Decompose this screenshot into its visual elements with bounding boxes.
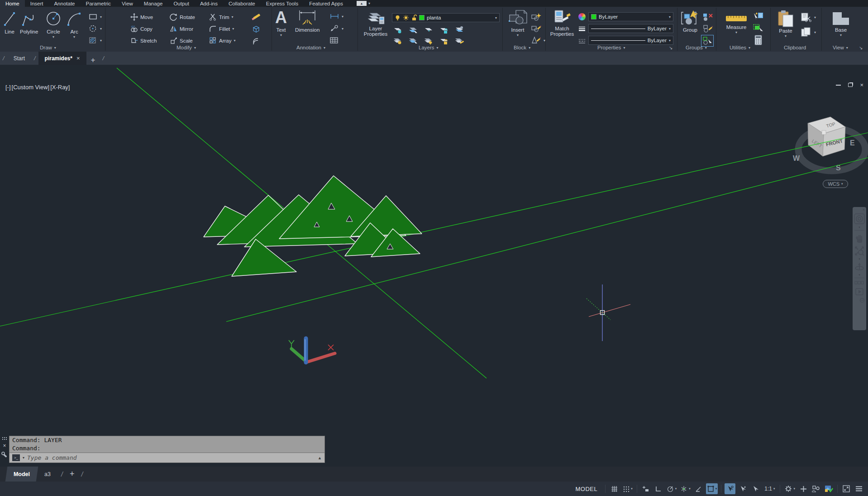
plus-customization-button[interactable] <box>798 483 809 494</box>
ucs-y-label[interactable] <box>289 340 294 347</box>
annotation-panel-label[interactable]: Annotation▾ <box>296 43 325 52</box>
ellipse-button[interactable]: ▾ <box>89 25 102 32</box>
view-dialog-launcher[interactable]: ↘ <box>859 43 863 52</box>
ortho-mode-button[interactable] <box>653 483 664 494</box>
table-button[interactable] <box>329 37 339 44</box>
new-layout-button[interactable]: + <box>66 469 78 479</box>
tab-addins[interactable]: Add-ins <box>195 0 223 7</box>
erase-button[interactable] <box>252 12 262 21</box>
file-tab-close-icon[interactable]: × <box>76 55 80 62</box>
paste-dropdown-icon[interactable]: ▾ <box>785 34 787 38</box>
layer-dropdown[interactable]: planta ▾ <box>392 13 500 22</box>
viewport-menu-control[interactable]: [-] <box>5 84 11 91</box>
restore-icon[interactable] <box>848 83 853 87</box>
copy-button[interactable]: O7 Copy <box>130 25 153 33</box>
file-tab-start[interactable]: Start <box>7 52 31 65</box>
ribbon-collapse-options-icon[interactable]: ▾ <box>368 1 370 5</box>
file-tab-piramides[interactable]: piramides* × <box>38 52 86 65</box>
utilities-panel-label[interactable]: Utilities▾ <box>730 43 750 52</box>
create-block-button[interactable] <box>530 12 541 21</box>
groups-panel-label[interactable]: Groups▾ <box>686 43 707 52</box>
showmotion-frames-icon[interactable] <box>854 280 865 286</box>
stretch-button[interactable]: Stretch <box>130 37 157 44</box>
layout-tab-model[interactable]: Model <box>5 467 38 482</box>
object-color-dropdown[interactable]: ByLayer ▾ <box>588 12 673 21</box>
ucs-y-axis[interactable] <box>291 349 305 360</box>
clean-screen-button[interactable] <box>841 483 852 494</box>
layer-on-all-button[interactable] <box>393 37 403 45</box>
zoom-extents-icon[interactable] <box>854 246 865 256</box>
layer-match-button[interactable] <box>454 37 464 45</box>
trim-dropdown-icon[interactable]: ▾ <box>232 15 234 19</box>
wheel-dropdown-icon[interactable]: ▾ <box>858 226 860 229</box>
quick-calculator-button[interactable] <box>754 35 763 46</box>
isolate-objects-button[interactable] <box>811 483 821 494</box>
layer-unlock-all-button[interactable] <box>439 37 449 45</box>
ungroup-button[interactable] <box>702 12 713 21</box>
measure-button[interactable]: Measure ▾ <box>723 12 749 34</box>
group-edit-button[interactable] <box>702 24 713 33</box>
base-button[interactable]: Base ▾ <box>829 10 853 37</box>
layers-panel-label[interactable]: Layers▾ <box>419 43 439 52</box>
tab-collaborate[interactable]: Collaborate <box>223 0 261 7</box>
workspace-switching-button[interactable]: ▾ <box>783 483 796 494</box>
annotation-scale-button[interactable] <box>750 483 761 494</box>
annotation-scale-value[interactable]: 1:1 ▾ <box>763 483 777 494</box>
grid-display-button[interactable] <box>609 483 620 494</box>
tab-view[interactable]: View <box>116 0 138 7</box>
offset-button[interactable] <box>252 37 262 44</box>
rectangle-button[interactable]: ▾ <box>89 13 102 20</box>
layer-dropdown-arrow-icon[interactable]: ▾ <box>495 16 497 20</box>
construction-line[interactable] <box>0 133 868 326</box>
properties-dialog-launcher[interactable]: ↘ <box>669 43 672 52</box>
explode-button[interactable] <box>252 25 261 33</box>
array-dropdown-icon[interactable]: ▾ <box>234 39 235 43</box>
tab-output[interactable]: Output <box>168 0 195 7</box>
minimize-icon[interactable] <box>836 85 841 86</box>
tab-featured-apps[interactable]: Featured Apps <box>304 0 348 7</box>
workspace-dropdown-icon[interactable]: ▾ <box>793 487 795 491</box>
model-geometry[interactable] <box>0 65 868 467</box>
annotation-visibility-button[interactable] <box>725 483 735 494</box>
graphics-performance-button[interactable] <box>823 483 834 494</box>
layer-unisolate-button[interactable] <box>408 37 418 45</box>
command-expand-icon[interactable]: ▲ <box>318 456 322 460</box>
block-panel-label[interactable]: Block▾ <box>514 43 530 52</box>
make-current-button[interactable] <box>454 26 464 34</box>
isodraft-dropdown-icon[interactable]: ▾ <box>689 487 691 491</box>
annotation-autoscale-button[interactable] <box>737 483 748 494</box>
paste-button[interactable]: Paste ▾ <box>775 10 796 38</box>
command-grip-icon[interactable] <box>2 437 7 440</box>
line-button[interactable]: Line <box>3 10 16 34</box>
hatch-button[interactable]: ▾ <box>89 37 102 44</box>
copy-clip-button[interactable]: ▾ <box>800 27 816 38</box>
dynamic-input-button[interactable] <box>640 483 651 494</box>
polar-tracking-button[interactable]: ▾ <box>666 483 678 494</box>
fillet-button[interactable]: Fillet ▾ <box>209 25 234 33</box>
match-properties-button[interactable]: Match Properties <box>548 10 576 37</box>
rotate-button[interactable]: Rotate <box>170 13 195 21</box>
tab-home[interactable]: Home <box>0 0 25 7</box>
layer-freeze-button[interactable]: * <box>424 26 434 34</box>
navbar-customize-icon[interactable] <box>859 298 865 303</box>
object-snap-button[interactable]: ▾ <box>706 483 718 494</box>
clipboard-panel-label[interactable]: Clipboard <box>784 43 806 52</box>
base-dropdown-icon[interactable]: ▾ <box>840 33 842 37</box>
model-space-button[interactable]: MODEL <box>571 486 602 492</box>
circle-dropdown-icon[interactable]: ▾ <box>52 35 54 39</box>
tab-parametric[interactable]: Parametric <box>81 0 117 7</box>
crosshair-y[interactable] <box>587 299 610 320</box>
object-snap-tracking-button[interactable] <box>693 483 704 494</box>
snap-dropdown-icon[interactable]: ▾ <box>631 487 633 491</box>
array-button[interactable]: Array ▾ <box>209 37 236 44</box>
move-button[interactable]: Move <box>130 13 153 21</box>
tab-annotate[interactable]: Annotate <box>48 0 80 7</box>
command-customize-wrench-icon[interactable] <box>1 452 8 458</box>
customize-status-bar-button[interactable] <box>854 483 864 494</box>
modify-panel-label[interactable]: Modify▾ <box>176 43 196 52</box>
isometric-drafting-button[interactable]: ▾ <box>679 483 692 494</box>
leader-button[interactable]: ▾ <box>329 25 343 32</box>
polar-dropdown-icon[interactable]: ▾ <box>675 487 677 491</box>
zoom-dropdown-icon[interactable]: ▾ <box>858 257 860 260</box>
wcs-dropdown[interactable]: WCS ▾ <box>823 180 848 188</box>
